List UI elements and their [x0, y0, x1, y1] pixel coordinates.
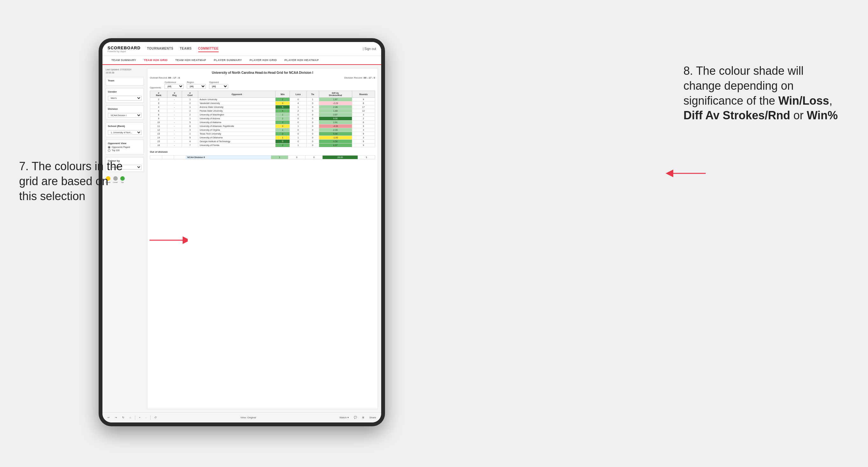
cell-win: 1: [276, 113, 290, 117]
opponent-select[interactable]: (All): [209, 84, 228, 89]
cell-tie: 0: [306, 101, 319, 105]
out-of-division-row: NCAA Division II 1 0 0 26.00 3: [150, 156, 375, 159]
cell-loss: 0: [290, 98, 306, 101]
radio-opponents-played-dot: [108, 146, 111, 149]
ood-win: 1: [271, 156, 288, 159]
cell-tie: 0: [306, 105, 319, 109]
region-filter: Region (All): [187, 81, 206, 89]
sub-nav-team-h2h-heatmap[interactable]: TEAM H2H HEATMAP: [172, 56, 210, 64]
arrow-right-svg: [664, 165, 709, 181]
opponent-filter: Opponent (All): [209, 81, 228, 89]
radio-top100-dot: [108, 149, 111, 152]
radio-top100[interactable]: Top 100: [108, 149, 142, 152]
cell-diff: -4.33: [319, 124, 352, 128]
toolbar-back[interactable]: ↩: [106, 415, 111, 419]
logo-sub: Powered by clippd: [107, 50, 141, 53]
conference-filter: Conference (All): [164, 81, 184, 89]
cell-rank: 3: [150, 101, 167, 105]
toolbar-forward[interactable]: ↪: [114, 415, 118, 419]
out-of-division-table: NCAA Division II 1 0 0 26.00 3: [150, 155, 375, 159]
cell-rounds: 3: [352, 124, 375, 128]
region-select[interactable]: (All): [187, 84, 206, 89]
nav-teams[interactable]: TEAMS: [180, 45, 192, 52]
cell-reg: -: [167, 136, 182, 139]
ood-loss: 0: [288, 156, 306, 159]
cell-diff: -1.00: [319, 136, 352, 139]
toolbar-zoom-in[interactable]: +: [138, 415, 142, 419]
division-section: Division NCAA Division I: [106, 105, 144, 120]
conference-select[interactable]: (All): [164, 84, 184, 89]
annotation-left-text: 7. The colours in the grid are based on …: [19, 159, 127, 204]
out-of-division-header: Out of division: [150, 151, 375, 153]
nav-tournaments[interactable]: TOURNAMENTS: [147, 45, 174, 52]
cell-reg: -: [167, 109, 182, 113]
toolbar-grid[interactable]: ⊞: [361, 415, 366, 419]
table-row: 2 - 1 Auburn University 2 0 1 1.67 9: [150, 98, 375, 101]
cell-loss: 0: [290, 121, 306, 124]
cell-rank: 16: [150, 144, 167, 147]
th-opponent: Opponent: [198, 91, 276, 98]
cell-conf: 4: [182, 139, 198, 144]
sign-out-link[interactable]: | Sign out: [363, 47, 376, 51]
toolbar-watch[interactable]: Watch ▾: [338, 415, 350, 419]
sub-nav-player-summary[interactable]: PLAYER SUMMARY: [210, 56, 246, 64]
toolbar-refresh[interactable]: ↻: [121, 415, 126, 419]
cell-reg: -: [167, 132, 182, 136]
cell-rank: 9: [150, 117, 167, 121]
cell-win: 3: [276, 132, 290, 136]
cell-rounds: 6: [352, 121, 375, 124]
cell-win: 2: [276, 98, 290, 101]
cell-opponent: University of Arizona: [198, 117, 276, 121]
cell-rounds: 9: [352, 139, 375, 144]
cell-diff: 1.83: [319, 109, 352, 113]
ood-reg: [162, 156, 174, 159]
nav-committee[interactable]: COMMITTEE: [198, 45, 219, 52]
school-select[interactable]: 1. University of Nort...: [108, 130, 142, 135]
sub-nav-team-h2h-grid[interactable]: TEAM H2H GRID: [140, 56, 172, 65]
cell-diff: 2.28: [319, 105, 352, 109]
cell-conf: 1: [182, 132, 198, 136]
filter-row: Opponents: Conference (All) Region (All): [150, 81, 375, 89]
annotation-diff-av: Diff Av Strokes/Rnd: [683, 109, 790, 122]
division-select[interactable]: NCAA Division I: [108, 113, 142, 118]
toolbar-share[interactable]: Share: [368, 415, 377, 419]
cell-rank: 12: [150, 128, 167, 132]
cell-loss: 0: [290, 117, 306, 121]
sub-nav-team-summary[interactable]: TEAM SUMMARY: [107, 56, 140, 64]
cell-opponent: University of Virginia: [198, 128, 276, 132]
gender-select[interactable]: Men's: [108, 96, 142, 100]
toolbar-home[interactable]: ⌂: [128, 415, 132, 419]
opponents-label: Opponents:: [150, 87, 161, 89]
toolbar-comment[interactable]: 💬: [352, 415, 358, 419]
grid-records: Overall Record: 89 - 17 - 0 Division Rec…: [150, 76, 375, 79]
cell-tie: 0: [306, 124, 319, 128]
ood-tie: 0: [306, 156, 323, 159]
radio-opponents-played[interactable]: Opponents Played: [108, 146, 142, 149]
cell-conf: 2: [182, 113, 198, 117]
cell-rounds: 12: [352, 109, 375, 113]
cell-reg: -: [167, 121, 182, 124]
cell-rounds: 9: [352, 98, 375, 101]
toolbar-time[interactable]: ⏱: [153, 415, 158, 419]
cell-rank: 6: [150, 109, 167, 113]
tablet-screen: SCOREBOARD Powered by clippd TOURNAMENTS…: [102, 42, 381, 423]
cell-loss: 1: [290, 105, 306, 109]
cell-opponent: Arizona State University: [198, 105, 276, 109]
cell-tie: 1: [306, 98, 319, 101]
tablet-frame: SCOREBOARD Powered by clippd TOURNAMENTS…: [99, 38, 385, 426]
th-tie: Tie: [306, 91, 319, 98]
cell-loss: 1: [290, 136, 306, 139]
opponent-view-label: Opponent View: [108, 142, 142, 145]
cell-opponent: University of Washington: [198, 113, 276, 117]
sub-nav-player-h2h-heatmap[interactable]: PLAYER H2H HEATMAP: [281, 56, 323, 64]
annotation-win-loss: Win/Loss: [778, 94, 829, 107]
toolbar-zoom-out[interactable]: -: [145, 415, 148, 419]
cell-win: 1: [276, 128, 290, 132]
cell-reg: -: [167, 144, 182, 147]
cell-diff: 3.67: [319, 113, 352, 117]
sub-nav-player-h2h-grid[interactable]: PLAYER H2H GRID: [246, 56, 281, 64]
app-header: SCOREBOARD Powered by clippd TOURNAMENTS…: [102, 42, 381, 56]
cell-reg: -: [167, 101, 182, 105]
th-loss: Loss: [290, 91, 306, 98]
cell-loss: 0: [290, 128, 306, 132]
